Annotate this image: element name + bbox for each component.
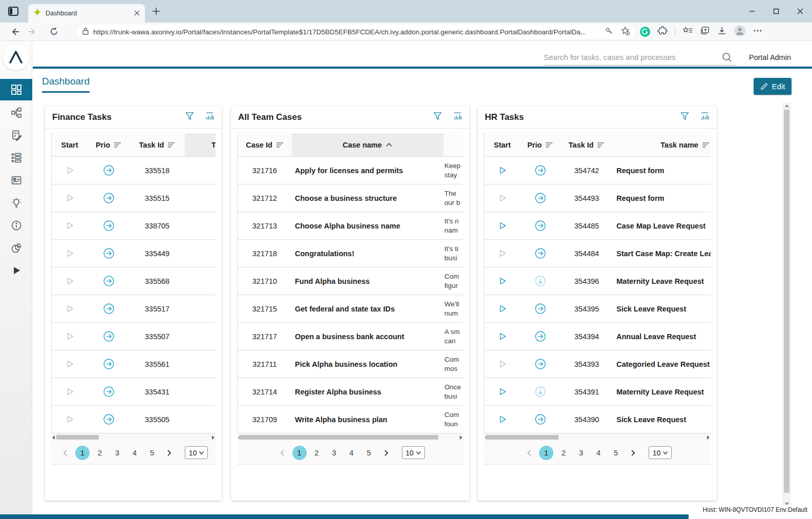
table-row[interactable]: 354396Maternity Leave Request bbox=[484, 267, 711, 295]
page-button-1[interactable]: 1 bbox=[539, 446, 553, 460]
column-header-case-name[interactable]: Case name bbox=[292, 133, 443, 156]
horizontal-scrollbar[interactable] bbox=[237, 433, 463, 441]
table-row[interactable]: 335518 bbox=[52, 157, 216, 184]
start-task-button[interactable] bbox=[484, 212, 520, 239]
start-task-button[interactable] bbox=[52, 212, 88, 239]
vertical-scrollbar-thumb[interactable] bbox=[784, 110, 789, 493]
filter-icon[interactable] bbox=[185, 111, 195, 123]
start-task-button[interactable] bbox=[484, 323, 520, 350]
start-task-button[interactable] bbox=[484, 406, 520, 433]
horizontal-scrollbar-thumb[interactable] bbox=[56, 435, 99, 440]
scroll-left-icon[interactable] bbox=[52, 435, 55, 440]
column-header-task-name[interactable]: Task name bbox=[185, 133, 216, 156]
start-task-button[interactable] bbox=[484, 378, 520, 405]
search-icon[interactable] bbox=[721, 52, 733, 65]
horizontal-scrollbar[interactable] bbox=[51, 433, 216, 441]
table-row[interactable]: 335507 bbox=[52, 323, 216, 350]
column-header-case-id[interactable]: Case Id bbox=[238, 133, 292, 156]
browser-tab-dashboard[interactable]: Dashboard bbox=[28, 4, 145, 23]
start-task-button[interactable] bbox=[52, 406, 88, 433]
previous-page-button[interactable] bbox=[523, 446, 536, 460]
dashboard-tab[interactable]: Dashboard bbox=[42, 76, 90, 93]
back-icon[interactable] bbox=[6, 24, 24, 39]
page-button-4[interactable]: 4 bbox=[591, 446, 606, 460]
page-button-3[interactable]: 3 bbox=[110, 446, 124, 460]
filter-icon[interactable] bbox=[433, 111, 442, 123]
sidebar-item-tasks[interactable] bbox=[0, 124, 32, 147]
table-row[interactable]: 321718Congratulations!It's tibusi bbox=[238, 240, 463, 267]
sidebar-item-dashboard[interactable] bbox=[0, 79, 32, 100]
favorites-bar-icon[interactable] bbox=[682, 26, 693, 37]
next-page-button[interactable] bbox=[626, 446, 639, 460]
column-header-task-name[interactable]: Task name bbox=[613, 133, 711, 156]
logged-in-user[interactable]: Portal Admin bbox=[749, 53, 791, 61]
tab-close-icon[interactable] bbox=[134, 9, 140, 18]
table-row[interactable]: 354393Categoried Leave Request bbox=[484, 350, 711, 378]
table-row[interactable]: 354485Case Map Leave Request bbox=[484, 212, 711, 240]
table-row[interactable]: 335505 bbox=[52, 406, 216, 433]
start-task-button[interactable] bbox=[484, 157, 520, 184]
table-row[interactable]: 321717Open a business bank accountA smca… bbox=[238, 323, 463, 350]
downloads-icon[interactable] bbox=[717, 26, 726, 37]
page-button-4[interactable]: 4 bbox=[345, 446, 359, 460]
page-button-2[interactable]: 2 bbox=[557, 446, 571, 460]
page-button-1[interactable]: 1 bbox=[75, 446, 90, 460]
new-tab-icon[interactable] bbox=[152, 7, 161, 16]
edit-dashboard-button[interactable]: Edit bbox=[754, 78, 792, 95]
table-row[interactable]: 321716Apply for licenses and permitsKeep… bbox=[238, 157, 463, 184]
table-row[interactable]: 354390Sick Leave Request bbox=[484, 406, 711, 433]
page-button-3[interactable]: 3 bbox=[574, 446, 588, 460]
column-header-task-id[interactable]: Task Id bbox=[130, 133, 185, 156]
column-header-task-id[interactable]: Task Id bbox=[560, 133, 613, 156]
table-row[interactable]: 335449 bbox=[52, 240, 216, 267]
previous-page-button[interactable] bbox=[59, 446, 72, 460]
scroll-right-icon[interactable] bbox=[212, 435, 215, 440]
axonivy-logo[interactable] bbox=[3, 44, 29, 70]
collections-icon[interactable] bbox=[700, 26, 710, 37]
vertical-scrollbar[interactable] bbox=[782, 102, 791, 507]
table-row[interactable]: 354395Sick Leave Request bbox=[484, 295, 711, 323]
url-bar[interactable]: https://trunk-wawa.axonivy.io/Portal/fac… bbox=[77, 25, 635, 39]
start-task-button[interactable] bbox=[52, 378, 88, 405]
table-row[interactable]: 354493Request form bbox=[484, 184, 711, 212]
page-button-5[interactable]: 5 bbox=[145, 446, 159, 460]
scroll-right-icon[interactable] bbox=[460, 435, 462, 440]
horizontal-scrollbar[interactable] bbox=[484, 433, 711, 441]
forward-icon[interactable] bbox=[24, 24, 41, 39]
reload-icon[interactable] bbox=[45, 24, 62, 39]
table-row[interactable]: 354394Annual Leave Request bbox=[484, 323, 711, 350]
search-input[interactable] bbox=[544, 50, 736, 64]
start-task-button[interactable] bbox=[52, 267, 88, 295]
window-minimize-icon[interactable] bbox=[740, 0, 764, 23]
page-button-4[interactable]: 4 bbox=[127, 446, 142, 460]
scroll-up-icon[interactable] bbox=[785, 105, 789, 107]
profile-avatar-icon[interactable] bbox=[734, 25, 746, 39]
table-row[interactable]: 338705 bbox=[52, 212, 216, 240]
page-size-select[interactable]: 10 bbox=[402, 446, 425, 459]
chart-view-icon[interactable] bbox=[700, 111, 710, 123]
scroll-right-icon[interactable] bbox=[707, 435, 710, 440]
lock-icon[interactable] bbox=[82, 27, 89, 37]
horizontal-scrollbar-thumb[interactable] bbox=[486, 435, 559, 440]
table-row[interactable]: 335431 bbox=[52, 378, 216, 406]
url-text[interactable]: https://trunk-wawa.axonivy.io/Portal/fac… bbox=[93, 28, 605, 36]
more-menu-icon[interactable] bbox=[753, 26, 762, 37]
page-button-2[interactable]: 2 bbox=[310, 446, 324, 460]
filter-icon[interactable] bbox=[680, 111, 690, 123]
table-row[interactable]: 354742Request form bbox=[484, 157, 711, 184]
page-button-3[interactable]: 3 bbox=[327, 446, 341, 460]
table-row[interactable]: 321712Choose a business structureTheour … bbox=[238, 184, 463, 212]
favorite-star-add-icon[interactable] bbox=[621, 26, 630, 37]
sidebar-item-info[interactable] bbox=[0, 214, 32, 237]
column-header-prio[interactable]: Prio bbox=[520, 133, 560, 156]
table-row[interactable]: 335515 bbox=[52, 184, 216, 212]
next-page-button[interactable] bbox=[162, 446, 176, 460]
window-close-icon[interactable] bbox=[788, 0, 812, 23]
table-row[interactable]: 321710Fund Alpha businessComfigur bbox=[238, 267, 463, 295]
grammarly-extension-icon[interactable] bbox=[640, 27, 650, 37]
next-page-button[interactable] bbox=[379, 446, 393, 460]
scroll-down-icon[interactable] bbox=[785, 503, 789, 505]
table-row[interactable]: 321714Register Alpha businessOncebusi bbox=[238, 378, 463, 406]
table-row[interactable]: 335561 bbox=[52, 350, 216, 378]
table-row[interactable]: 321709Write Alpha business planComfoun bbox=[238, 406, 463, 433]
